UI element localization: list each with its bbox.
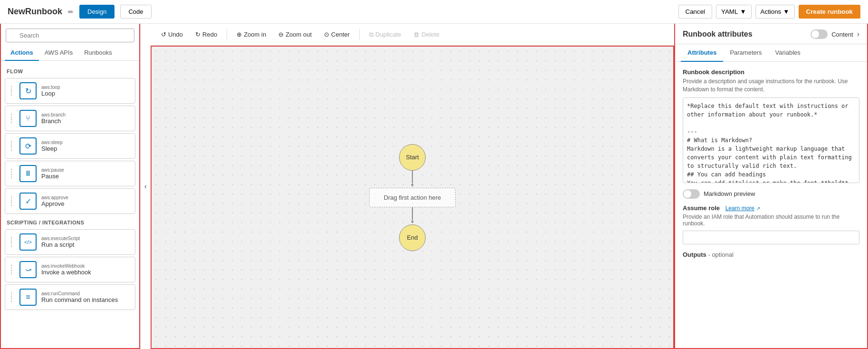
zoom-in-icon: ⊕ xyxy=(237,31,242,38)
delete-button[interactable]: 🗑 Delete xyxy=(409,29,444,40)
action-item-pause[interactable]: ⏸ aws:pause Pause xyxy=(5,161,135,186)
loop-icon: ↻ xyxy=(19,82,37,99)
drag-handle xyxy=(11,141,14,151)
code-tab[interactable]: Code xyxy=(120,5,151,19)
right-header-controls: Content › xyxy=(811,29,859,39)
right-panel: Runbook attributes Content › Attributes … xyxy=(674,24,868,349)
command-icon: ≡ xyxy=(19,289,37,306)
duplicate-button[interactable]: ⧉ Duplicate xyxy=(364,29,406,41)
undo-icon: ↺ xyxy=(161,31,166,38)
zoom-out-button[interactable]: ⊖ Zoom out xyxy=(274,29,316,40)
collapse-panel-button[interactable]: ‹ xyxy=(140,24,151,349)
drag-handle xyxy=(11,196,14,206)
duplicate-icon: ⧉ xyxy=(369,31,373,39)
center-button[interactable]: ⊙ Center xyxy=(319,29,354,40)
search-area: 🔍 xyxy=(1,24,139,45)
end-node: End xyxy=(399,224,426,251)
drag-handle xyxy=(11,86,14,96)
script-icon: </> xyxy=(19,233,37,251)
assume-role-input[interactable] xyxy=(683,231,859,244)
description-label: Runbook description xyxy=(683,68,859,76)
search-input[interactable] xyxy=(6,29,134,42)
drag-handle xyxy=(11,114,14,123)
markdown-toggle[interactable] xyxy=(683,189,700,199)
drag-handle xyxy=(11,265,14,274)
description-hint: Provide a description and usage instruct… xyxy=(683,78,859,94)
right-panel-header: Runbook attributes Content › xyxy=(675,24,867,44)
section-scripting-label: SCRIPTING / INTEGRATIONS xyxy=(1,216,139,227)
redo-icon: ↻ xyxy=(195,31,200,38)
canvas-body[interactable]: Start Drag first action here End xyxy=(151,46,674,349)
actions-dropdown-icon: ▼ xyxy=(783,8,789,15)
action-item-webhook[interactable]: ⤻ aws:invokeWebhook Invoke a webhook xyxy=(5,257,135,282)
markdown-preview-label: Markdown preview xyxy=(704,190,755,197)
external-link-icon: ↗ xyxy=(756,206,760,211)
tab-aws-apis[interactable]: AWS APIs xyxy=(39,45,78,61)
action-item-execute-script[interactable]: </> aws:executeScript Run a script xyxy=(5,229,135,255)
assume-role-hint-text: Provide an IAM role that Automation shou… xyxy=(683,213,859,227)
right-panel-title: Runbook attributes xyxy=(683,30,753,39)
content-toggle[interactable] xyxy=(811,29,828,39)
toolbar-sep-2 xyxy=(359,29,360,40)
zoom-in-button[interactable]: ⊕ Zoom in xyxy=(232,29,271,40)
toolbar-sep-1 xyxy=(227,29,227,40)
approve-icon: ✓ xyxy=(19,193,37,210)
canvas-toolbar: ↺ Undo ↻ Redo ⊕ Zoom in ⊖ Zoom out ⊙ Cen… xyxy=(151,24,674,46)
action-item-loop[interactable]: ↻ aws:loop Loop xyxy=(5,78,135,104)
pause-icon: ⏸ xyxy=(19,165,37,182)
drag-handle xyxy=(11,237,14,247)
drag-handle xyxy=(11,169,14,178)
assume-role-input-wrapper: 🔍 xyxy=(683,231,859,244)
sleep-icon: ⟳ xyxy=(19,137,37,155)
content-toggle-label: Content xyxy=(831,31,853,38)
actions-button[interactable]: Actions ▼ xyxy=(755,5,795,19)
tab-variables[interactable]: Variables xyxy=(769,44,807,62)
yaml-button[interactable]: YAML ▼ xyxy=(716,5,752,19)
runbook-title: NewRunbook xyxy=(8,7,62,17)
header-right: Cancel YAML ▼ Actions ▼ Create runbook xyxy=(678,5,860,19)
design-tab[interactable]: Design xyxy=(79,5,114,19)
toggle-knob xyxy=(811,30,819,38)
redo-button[interactable]: ↻ Redo xyxy=(191,29,222,40)
center-icon: ⊙ xyxy=(324,31,329,38)
create-runbook-button[interactable]: Create runbook xyxy=(799,5,861,19)
right-panel-content: Runbook description Provide a descriptio… xyxy=(675,62,867,348)
assume-role-learn-more-link[interactable]: Learn more xyxy=(725,205,754,212)
left-tabs-row: Actions AWS APIs Runbooks xyxy=(1,45,139,61)
header-left: NewRunbook ✏ Design Code xyxy=(8,5,152,19)
right-tabs-row: Attributes Parameters Variables xyxy=(675,44,867,62)
markdown-toggle-knob xyxy=(684,190,691,198)
start-node: Start xyxy=(399,144,426,171)
assume-role-section: Assume role Learn more ↗ Provide an IAM … xyxy=(683,204,859,244)
branch-icon: ⑂ xyxy=(19,110,37,127)
tab-attributes[interactable]: Attributes xyxy=(681,44,723,62)
outputs-label: Outputs - optional xyxy=(683,251,734,258)
cancel-button[interactable]: Cancel xyxy=(678,5,713,19)
left-panel-scroll: FLOW ↻ aws:loop Loop ⑂ a xyxy=(1,61,139,348)
delete-icon: 🗑 xyxy=(413,31,420,38)
description-textarea[interactable] xyxy=(683,97,859,183)
zoom-out-icon: ⊖ xyxy=(278,31,284,38)
flow-diagram: Start Drag first action here End xyxy=(369,144,456,251)
edit-icon[interactable]: ✏ xyxy=(68,8,74,16)
action-item-branch[interactable]: ⑂ aws:branch Branch xyxy=(5,106,135,131)
action-item-approve[interactable]: ✓ aws:approve Approve xyxy=(5,188,135,214)
markdown-preview-row: Markdown preview xyxy=(683,189,859,199)
left-panel: 🔍 Actions AWS APIs Runbooks FLOW ↻ aws:l… xyxy=(0,24,140,349)
tab-actions[interactable]: Actions xyxy=(5,45,39,61)
main-layout: 🔍 Actions AWS APIs Runbooks FLOW ↻ aws:l… xyxy=(0,24,868,349)
action-item-sleep[interactable]: ⟳ aws:sleep Sleep xyxy=(5,133,135,159)
drag-handle xyxy=(11,292,14,302)
canvas-area: ↺ Undo ↻ Redo ⊕ Zoom in ⊖ Zoom out ⊙ Cen… xyxy=(151,24,674,349)
tab-parameters[interactable]: Parameters xyxy=(723,44,768,62)
tab-runbooks[interactable]: Runbooks xyxy=(78,45,118,61)
webhook-icon: ⤻ xyxy=(19,261,37,278)
yaml-dropdown-icon: ▼ xyxy=(740,8,746,15)
app-header: NewRunbook ✏ Design Code Cancel YAML ▼ A… xyxy=(0,0,868,24)
action-item-run-command[interactable]: ≡ aws:runCommand Run command on instance… xyxy=(5,284,135,310)
expand-icon[interactable]: › xyxy=(857,30,859,39)
flow-arrow-2 xyxy=(410,207,415,224)
drag-action-box: Drag first action here xyxy=(369,188,456,207)
assume-role-label: Assume role xyxy=(683,204,720,212)
undo-button[interactable]: ↺ Undo xyxy=(156,29,188,40)
